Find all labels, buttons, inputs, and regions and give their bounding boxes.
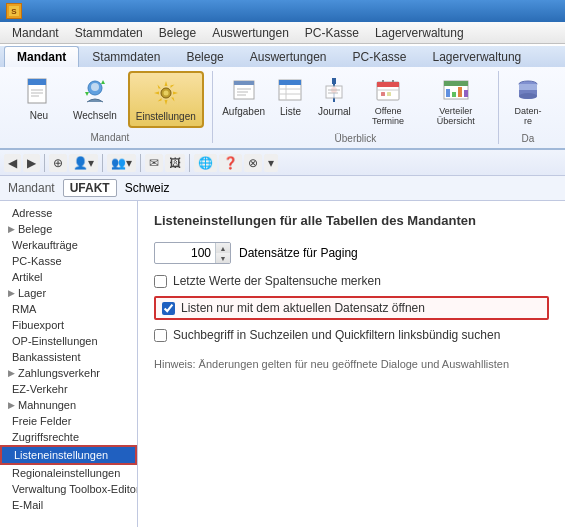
menu-lagerverwaltung[interactable]: Lagerverwaltung bbox=[367, 24, 472, 42]
sidebar-item-op-einstellungen[interactable]: OP-Einstellungen bbox=[0, 333, 137, 349]
sidebar-item-ez-verkehr[interactable]: EZ-Verkehr bbox=[0, 381, 137, 397]
ez-verkehr-label: EZ-Verkehr bbox=[12, 383, 68, 395]
menu-belege[interactable]: Belege bbox=[151, 24, 204, 42]
spinner-up[interactable]: ▲ bbox=[216, 243, 230, 253]
toolbar-btn-user[interactable]: 👤▾ bbox=[69, 154, 98, 172]
content-area: Listeneinstellungen für alle Tabellen de… bbox=[138, 201, 565, 527]
sidebar-item-bankassistent[interactable]: Bankassistent bbox=[0, 349, 137, 365]
menu-pc-kasse[interactable]: PC-Kasse bbox=[297, 24, 367, 42]
svg-rect-34 bbox=[387, 92, 391, 96]
sidebar-item-listeneinstellungen[interactable]: Listeneinstellungen bbox=[0, 445, 137, 465]
toolbar-btn-mail[interactable]: ✉ bbox=[145, 154, 163, 172]
ribbon-buttons-da: Daten­re bbox=[507, 71, 549, 131]
paging-label: Datensätze für Paging bbox=[239, 246, 358, 260]
svg-rect-40 bbox=[464, 90, 468, 97]
btn-journal[interactable]: Journal bbox=[314, 71, 354, 122]
sidebar-item-mahnungen[interactable]: ▶ Mahnungen bbox=[0, 397, 137, 413]
sidebar: Adresse ▶ Belege Werkaufträge PC-Kasse A… bbox=[0, 201, 138, 527]
toolbar-btn-image[interactable]: 🖼 bbox=[165, 154, 185, 172]
btn-offene-termine[interactable]: Offene Termine bbox=[358, 71, 417, 131]
ribbon-buttons-mandant: Neu Wechseln bbox=[16, 71, 204, 130]
menu-auswertungen[interactable]: Auswertungen bbox=[204, 24, 297, 42]
checkbox-suchbegriff[interactable] bbox=[154, 329, 167, 342]
toolbar-btn-group[interactable]: 👥▾ bbox=[107, 154, 136, 172]
aufgaben-icon bbox=[230, 76, 258, 104]
sidebar-item-werkauftraege[interactable]: Werkaufträge bbox=[0, 237, 137, 253]
checkbox-letzte-werte[interactable] bbox=[154, 275, 167, 288]
btn-neu[interactable]: Neu bbox=[16, 71, 62, 126]
menu-mandant[interactable]: Mandant bbox=[4, 24, 67, 42]
mandant-country: Schweiz bbox=[125, 181, 170, 195]
checkbox-label-letzte-werte: Letzte Werte der Spaltensuche merken bbox=[173, 274, 381, 288]
svg-point-9 bbox=[91, 83, 99, 91]
sidebar-item-pc-kasse[interactable]: PC-Kasse bbox=[0, 253, 137, 269]
tab-pc-kasse[interactable]: PC-Kasse bbox=[339, 46, 419, 67]
datensatz-icon bbox=[514, 76, 542, 104]
paging-input[interactable] bbox=[155, 244, 215, 262]
btn-liste[interactable]: Liste bbox=[270, 71, 310, 122]
svg-rect-25 bbox=[326, 86, 342, 98]
sidebar-item-zahlungsverkehr[interactable]: ▶ Zahlungsverkehr bbox=[0, 365, 137, 381]
ribbon-tabs: Mandant Stammdaten Belege Auswertungen P… bbox=[0, 46, 565, 67]
tab-auswertungen[interactable]: Auswertungen bbox=[237, 46, 340, 67]
tab-mandant[interactable]: Mandant bbox=[4, 46, 79, 67]
tab-stammdaten[interactable]: Stammdaten bbox=[79, 46, 173, 67]
spinner-down[interactable]: ▼ bbox=[216, 253, 230, 263]
op-einstellungen-label: OP-Einstellungen bbox=[12, 335, 98, 347]
svg-point-11 bbox=[163, 91, 168, 96]
sidebar-item-fibuexport[interactable]: Fibuexport bbox=[0, 317, 137, 333]
svg-rect-13 bbox=[234, 81, 254, 85]
sidebar-item-lager[interactable]: ▶ Lager bbox=[0, 285, 137, 301]
regionaleinstellungen-label: Regionaleinstellungen bbox=[12, 467, 120, 479]
svg-rect-38 bbox=[452, 92, 456, 97]
sidebar-item-verwaltung-toolbox[interactable]: Verwaltung Toolbox-Editor bbox=[0, 481, 137, 497]
zugriffsrechte-label: Zugriffsrechte bbox=[12, 431, 79, 443]
checkbox-row-listen-nur: Listen nur mit dem aktuellen Datensatz ö… bbox=[154, 296, 549, 320]
btn-datensatz[interactable]: Daten­re bbox=[507, 71, 549, 131]
toolbar-btn-add[interactable]: ⊕ bbox=[49, 154, 67, 172]
mandant-label: Mandant bbox=[8, 181, 55, 195]
ribbon: Mandant Stammdaten Belege Auswertungen P… bbox=[0, 44, 565, 150]
mandant-bar: Mandant UFAKT Schweiz bbox=[0, 176, 565, 201]
ribbon-group-da: Daten­re Da bbox=[499, 71, 557, 144]
toolbar-btn-help[interactable]: ❓ bbox=[219, 154, 242, 172]
sidebar-item-rma[interactable]: RMA bbox=[0, 301, 137, 317]
pc-kasse-label: PC-Kasse bbox=[12, 255, 62, 267]
toolbar-btn-globe[interactable]: 🌐 bbox=[194, 154, 217, 172]
svg-rect-36 bbox=[444, 81, 468, 86]
title-bar: S bbox=[0, 0, 565, 22]
checkbox-label-suchbegriff: Suchbegriff in Suchzeilen und Quickfilte… bbox=[173, 328, 500, 342]
toolbar-btn-stop[interactable]: ⊗ bbox=[244, 154, 262, 172]
sidebar-item-belege[interactable]: ▶ Belege bbox=[0, 221, 137, 237]
toolbar: ◀ ▶ ⊕ 👤▾ 👥▾ ✉ 🖼 🌐 ❓ ⊗ ▾ bbox=[0, 150, 565, 176]
freie-felder-label: Freie Felder bbox=[12, 415, 71, 427]
sidebar-item-regionaleinstellungen[interactable]: Regionaleinstellungen bbox=[0, 465, 137, 481]
tab-belege[interactable]: Belege bbox=[173, 46, 236, 67]
neu-icon bbox=[23, 76, 55, 108]
svg-rect-18 bbox=[279, 80, 301, 85]
sidebar-item-artikel[interactable]: Artikel bbox=[0, 269, 137, 285]
menu-stammdaten[interactable]: Stammdaten bbox=[67, 24, 151, 42]
ribbon-buttons-ueberblick: Aufgaben Liste bbox=[221, 71, 490, 131]
tab-lagerverwaltung[interactable]: Lagerverwaltung bbox=[420, 46, 535, 67]
sidebar-item-freie-felder[interactable]: Freie Felder bbox=[0, 413, 137, 429]
toolbar-sep-4 bbox=[189, 154, 190, 172]
btn-aufgaben[interactable]: Aufgaben bbox=[221, 71, 267, 122]
sidebar-item-adresse[interactable]: Adresse bbox=[0, 205, 137, 221]
toolbar-btn-back[interactable]: ◀ bbox=[4, 154, 21, 172]
sidebar-item-e-mail[interactable]: E-Mail bbox=[0, 497, 137, 513]
spinner-btns: ▲ ▼ bbox=[215, 243, 230, 263]
mahnungen-label: Mahnungen bbox=[18, 399, 76, 411]
checkbox-listen-nur[interactable] bbox=[162, 302, 175, 315]
svg-rect-39 bbox=[458, 87, 462, 97]
artikel-label: Artikel bbox=[12, 271, 43, 283]
paging-input-wrap[interactable]: ▲ ▼ bbox=[154, 242, 231, 264]
btn-einstellungen[interactable]: Einstellungen bbox=[128, 71, 204, 128]
btn-verteiler-ubersicht[interactable]: Verteiler Übersicht bbox=[422, 71, 490, 131]
toolbar-sep-2 bbox=[102, 154, 103, 172]
toolbar-btn-dropdown[interactable]: ▾ bbox=[264, 154, 278, 172]
btn-wechseln[interactable]: Wechseln bbox=[66, 71, 124, 126]
sidebar-item-zugriffsrechte[interactable]: Zugriffsrechte bbox=[0, 429, 137, 445]
toolbar-btn-fwd[interactable]: ▶ bbox=[23, 154, 40, 172]
content-title: Listeneinstellungen für alle Tabellen de… bbox=[154, 213, 549, 228]
